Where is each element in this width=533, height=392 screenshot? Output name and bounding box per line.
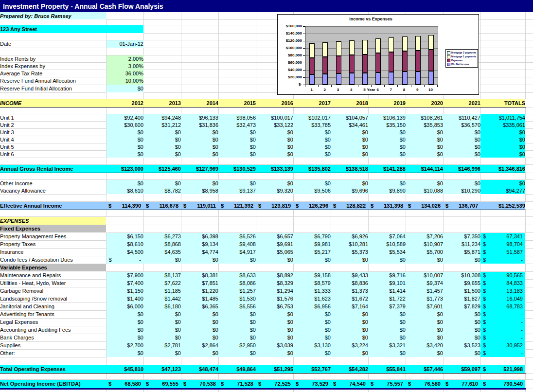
cell-property-management-fees-total[interactable]: $67,341 [480, 232, 525, 240]
cell-accounting-and-auditing-fees-2014[interactable]: $0 [181, 326, 218, 334]
cell-blank[interactable] [443, 373, 480, 379]
year-header-2017[interactable]: 2017 [293, 99, 331, 107]
cell-bank-charges-2015[interactable]: $0 [218, 334, 256, 341]
cell-effective-annual-income-2018[interactable]: $128,822 [331, 201, 368, 210]
cell-blank[interactable] [525, 341, 533, 349]
cell-garbage-removal-label[interactable]: Garbage Removal [0, 287, 106, 295]
cell-maintenance-and-repairs-2021[interactable]: $10,308 [443, 271, 480, 279]
cell-unit-6-2020[interactable]: $0 [406, 150, 443, 158]
cell-blank[interactable] [480, 12, 525, 19]
cell-unit-4-2012[interactable]: $0 [106, 136, 143, 143]
cell-accounting-and-auditing-fees-2019[interactable]: $0 [368, 326, 406, 334]
cell-accounting-and-auditing-fees-2017[interactable]: $0 [293, 326, 331, 334]
cell-landscaping-snow-removal-2014[interactable]: $1,485 [181, 295, 218, 303]
cell-blank[interactable] [525, 216, 533, 225]
cell-property-management-fees-2013[interactable]: $6,273 [143, 232, 181, 240]
cell-advertising-for-tenants-2021[interactable]: $0 [443, 310, 480, 318]
cell-garbage-removal-2017[interactable]: $1,333 [293, 287, 331, 295]
cell-unit-2-2019[interactable]: $35,150 [368, 121, 406, 128]
cell-advertising-for-tenants-2017[interactable]: $0 [293, 310, 331, 318]
cell-vacancy-allowance-2018[interactable]: $9,696 [331, 187, 368, 194]
cell-blank[interactable] [525, 264, 533, 271]
cell-blank[interactable] [525, 295, 533, 303]
cell-blank[interactable] [256, 264, 293, 271]
cell-blank[interactable] [181, 357, 218, 365]
cell-supplies-2016[interactable]: $3,039 [256, 341, 293, 349]
cell-other-2013[interactable]: $0 [143, 349, 181, 357]
cell-blank[interactable] [143, 357, 181, 365]
cell-blank[interactable] [525, 136, 533, 143]
cell-blank[interactable] [181, 40, 218, 48]
cell-blank[interactable] [480, 264, 525, 271]
cell-blank[interactable] [525, 173, 533, 179]
cell-effective-annual-income-2016[interactable]: $123,819 [256, 201, 293, 210]
cell-unit-3-total[interactable]: $0 [480, 128, 525, 136]
cell-blank[interactable] [218, 194, 256, 201]
cell-advertising-for-tenants-2013[interactable]: $0 [143, 310, 181, 318]
year-header-2012[interactable]: 2012 [106, 99, 143, 107]
cell-vacancy-allowance-2019[interactable]: $9,890 [368, 187, 406, 194]
cell-blank[interactable] [256, 373, 293, 379]
cell-unit-6-2021[interactable]: $0 [443, 150, 480, 158]
cell-blank[interactable] [218, 173, 256, 179]
cell-other-income-2016[interactable]: $0 [256, 179, 293, 187]
cell-average-tax-rate-label[interactable]: Average Tax Rate [0, 70, 106, 77]
cell-unit-4-2020[interactable]: $0 [406, 136, 443, 143]
cell-blank[interactable] [143, 158, 181, 164]
cell-other-label[interactable]: Other: [0, 349, 106, 357]
cell-effective-annual-income-2014[interactable]: $119,011 [181, 201, 218, 210]
cell-property-management-fees-label[interactable]: Property Management Fees [0, 232, 106, 240]
cell-condo-fees-association-dues-2013[interactable]: $0 [143, 256, 181, 264]
cell-legal-expenses-2018[interactable]: $0 [331, 318, 368, 326]
cell-blank[interactable] [525, 287, 533, 295]
cell-blank[interactable] [443, 264, 480, 271]
cell-property-management-fees-2016[interactable]: $6,657 [256, 232, 293, 240]
cell-supplies-2012[interactable]: $2,700 [106, 341, 143, 349]
cell-maintenance-and-repairs-total[interactable]: $90,565 [480, 271, 525, 279]
property-address-cell[interactable]: 123 Any Street [0, 25, 143, 33]
subheader-fixed-expenses[interactable]: Fixed Expenses [0, 225, 106, 232]
cell-landscaping-snow-removal-label[interactable]: Landscaping /Snow removal [0, 295, 106, 303]
cell-landscaping-snow-removal-2019[interactable]: $1,722 [368, 295, 406, 303]
cell-net-operating-income-ebitda-2014[interactable]: $70,538 [181, 379, 218, 389]
cell-vacancy-allowance-total[interactable]: $94,277 [480, 187, 525, 194]
cell-legal-expenses-2017[interactable]: $0 [293, 318, 331, 326]
cell-condo-fees-association-dues-2015[interactable]: $0 [218, 256, 256, 264]
cell-blank[interactable] [406, 194, 443, 201]
cell-garbage-removal-2015[interactable]: $1,257 [218, 287, 256, 295]
cell-blank[interactable] [525, 240, 533, 248]
cell-unit-2-2013[interactable]: $31,212 [143, 121, 181, 128]
cell-annual-gross-rental-income-2013[interactable]: $125,460 [143, 164, 181, 173]
cell-blank[interactable] [368, 373, 406, 379]
cell-unit-2-label[interactable]: Unit 2 [0, 121, 106, 128]
cell-other-income-2018[interactable]: $0 [331, 179, 368, 187]
cell-blank[interactable] [480, 158, 525, 164]
cell-blank[interactable] [406, 210, 443, 216]
cell-blank[interactable] [256, 158, 293, 164]
cell-blank[interactable] [443, 107, 480, 114]
cell-unit-2-2020[interactable]: $35,853 [406, 121, 443, 128]
cell-blank[interactable] [525, 248, 533, 256]
cell-other-2017[interactable]: $0 [293, 349, 331, 357]
cell-blank[interactable] [181, 48, 218, 55]
subheader-variable-expenses[interactable]: Variable Expenses [0, 264, 106, 271]
cell-blank[interactable] [181, 216, 218, 225]
cell-advertising-for-tenants-2018[interactable]: $0 [331, 310, 368, 318]
cell-blank[interactable] [143, 19, 181, 25]
cell-advertising-for-tenants-2020[interactable]: $0 [406, 310, 443, 318]
cell-blank[interactable] [525, 232, 533, 240]
cell-unit-6-2018[interactable]: $0 [331, 150, 368, 158]
cell-annual-gross-rental-income-2021[interactable]: $146,996 [443, 164, 480, 173]
cell-unit-2-2018[interactable]: $34,461 [331, 121, 368, 128]
cell-blank[interactable] [0, 373, 106, 379]
cell-blank[interactable] [525, 40, 533, 48]
cell-blank[interactable] [256, 389, 293, 392]
cell-unit-5-2017[interactable]: $0 [293, 143, 331, 150]
cell-condo-fees-association-dues-2012[interactable]: $- [106, 256, 143, 264]
cell-blank[interactable] [525, 256, 533, 264]
cell-blank[interactable] [480, 107, 525, 114]
cell-supplies-2013[interactable]: $2,781 [143, 341, 181, 349]
cell-vacancy-allowance-label[interactable]: Vacancy Allowance [0, 187, 106, 194]
cell-net-operating-income-ebitda-2018[interactable]: $74,540 [331, 379, 368, 389]
cell-unit-3-label[interactable]: Unit 3 [0, 128, 106, 136]
